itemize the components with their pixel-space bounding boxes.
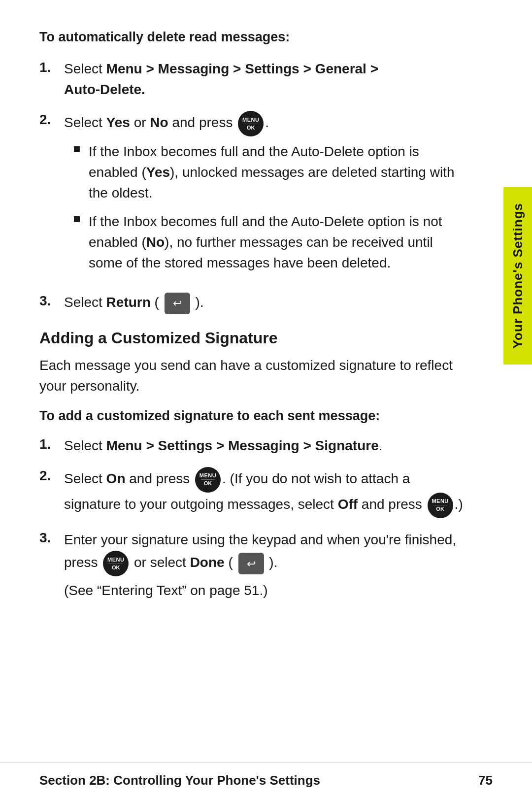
s2-step2-item: 2. Select On and press MENU OK . (If you… <box>39 467 463 518</box>
step1-item: 1. Select Menu > Messaging > Settings > … <box>39 59 463 100</box>
side-tab: Your Phone's Settings <box>503 187 532 365</box>
done-label: Done <box>190 555 225 570</box>
step2-number: 2. <box>39 112 64 128</box>
s2-step1-path: Menu > Settings > Messaging > Signature <box>106 438 379 453</box>
auto-delete-heading: To automatically delete read messages: <box>39 30 463 45</box>
step2-no: No <box>150 115 168 130</box>
done-button: ↩ <box>238 553 264 574</box>
step1-number: 1. <box>39 60 64 75</box>
menu-ok-button-2: MENU OK <box>195 467 221 493</box>
bold-no-1: No <box>146 234 165 250</box>
step1-path: Menu > Messaging > Settings > General >A… <box>64 61 378 97</box>
step3-main-text: Enter your signature using the keypad an… <box>64 529 463 577</box>
side-tab-text: Your Phone's Settings <box>510 203 526 348</box>
menu-ok-button-3: MENU OK <box>428 493 453 518</box>
bullet-item-2: If the Inbox becomes full and the Auto-D… <box>74 211 463 273</box>
s2-step1-item: 1. Select Menu > Settings > Messaging > … <box>39 435 463 456</box>
s2-step3-number: 3. <box>39 530 64 546</box>
footer-page-number: 75 <box>478 773 493 788</box>
s2-step1-content: Select Menu > Settings > Messaging > Sig… <box>64 435 463 456</box>
step3-item: 3. Select Return ( ↩ ). <box>39 292 463 314</box>
page-content: To automatically delete read messages: 1… <box>0 0 502 651</box>
subsection-title: Adding a Customized Signature <box>39 329 278 347</box>
s2-step3-content: Enter your signature using the keypad an… <box>64 529 463 601</box>
s2-step1-number: 1. <box>39 436 64 452</box>
s2-on-label: On <box>106 471 126 486</box>
step2-yes: Yes <box>106 115 130 130</box>
menu-ok-button-4: MENU OK <box>103 551 129 576</box>
bullet-item-1: If the Inbox becomes full and the Auto-D… <box>74 141 463 203</box>
footer-bar: Section 2B: Controlling Your Phone's Set… <box>0 763 532 798</box>
s2-off-label: Off <box>338 497 358 512</box>
step1-content: Select Menu > Messaging > Settings > Gen… <box>64 59 463 100</box>
bullet-list-1: If the Inbox becomes full and the Auto-D… <box>74 141 463 273</box>
done-icon: ↩ <box>247 555 256 572</box>
bullet-square-2 <box>74 216 80 222</box>
step3-content: Select Return ( ↩ ). <box>64 292 463 314</box>
bold-yes-1: Yes <box>146 165 170 180</box>
return-label: Return <box>106 295 151 310</box>
section2-intro: Each message you send can have a customi… <box>39 355 463 397</box>
bullet-text-2: If the Inbox becomes full and the Auto-D… <box>89 211 463 273</box>
return-button: ↩ <box>165 293 190 314</box>
s2-step2-number: 2. <box>39 468 64 484</box>
return-icon: ↩ <box>173 295 182 311</box>
footer-section-text: Section 2B: Controlling Your Phone's Set… <box>39 773 320 788</box>
see-note: (See “Entering Text” on page 51.) <box>64 580 463 601</box>
bullet-square-1 <box>74 146 80 152</box>
step2-content: Select Yes or No and press MENU OK . If … <box>64 111 463 281</box>
step3-number: 3. <box>39 293 64 309</box>
s2-step2-content: Select On and press MENU OK . (If you do… <box>64 467 463 518</box>
bullet-text-1: If the Inbox becomes full and the Auto-D… <box>89 141 463 203</box>
section2-subheading: To add a customized signature to each se… <box>39 408 463 424</box>
s2-step3-item: 3. Enter your signature using the keypad… <box>39 529 463 601</box>
menu-ok-button-1: MENU OK <box>238 111 264 136</box>
step2-item: 2. Select Yes or No and press MENU OK . … <box>39 111 463 281</box>
